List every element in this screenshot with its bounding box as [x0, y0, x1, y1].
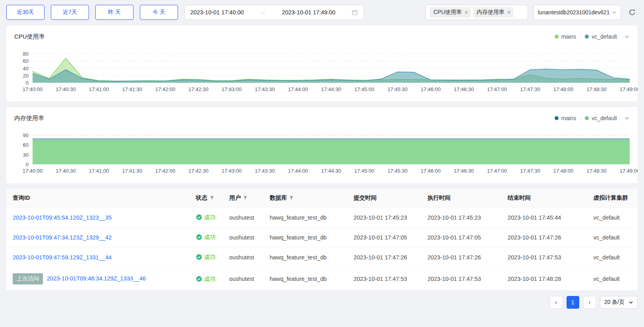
prev-page-button[interactable]: ‹ — [550, 296, 563, 309]
legend-label: mains — [561, 33, 576, 40]
legend-item-vc_default[interactable]: vc_default — [585, 115, 617, 121]
user-cell: oushutest — [226, 247, 267, 267]
filter-icon[interactable] — [243, 196, 248, 200]
column-header: 用户 — [226, 189, 267, 208]
legend-label: vc_default — [592, 33, 617, 40]
date-range-start[interactable]: 2023-10-01 17:40:00 — [190, 9, 244, 16]
range-button-today[interactable]: 今 天 — [140, 5, 178, 20]
metric-tag-cpu: CPU使用率 × — [430, 7, 471, 18]
x-axis-label: 17:40:30 — [56, 168, 76, 174]
legend-item-vc_default[interactable]: vc_default — [585, 33, 617, 40]
metric-multiselect[interactable]: CPU使用率 × 内存使用率 × — [425, 5, 528, 20]
status-text: 成功 — [204, 214, 216, 220]
query-table: 查询ID状态用户数据库提交时间执行时间结束时间虚拟计算集群 2023-10-01… — [6, 189, 638, 290]
chevron-down-icon — [629, 300, 633, 305]
end-time-cell: 2023-10-01 17:48:28 — [505, 267, 590, 291]
table-row: 上次访问2023-10-01T09:48:34.129Z_1333__46成功o… — [6, 267, 638, 291]
x-axis-label: 17:43:00 — [222, 86, 242, 92]
x-axis-label: 17:48:00 — [553, 168, 574, 174]
panel-header: CPU使用率 mainsvc_default — [14, 31, 630, 42]
submit-time-cell: 2023-10-01 17:45:23 — [350, 208, 424, 228]
column-header-label: 状态 — [196, 195, 207, 201]
column-header: 状态 — [193, 189, 226, 208]
cluster-select[interactable]: lunantestdb20231001dev62145 — [534, 5, 621, 20]
cpu-usage-panel: CPU使用率 mainsvc_default 020406080 17:40:0… — [6, 25, 638, 101]
database-cell: hawq_feature_test_db — [267, 228, 350, 247]
x-axis-label: 17:42:00 — [155, 168, 176, 174]
page-size-value: 20 条/页 — [604, 299, 625, 306]
x-axis-label: 17:45:30 — [387, 168, 408, 174]
close-icon[interactable]: × — [465, 10, 468, 15]
memory-plot-wrap: 17:40:0017:40:3017:41:0017:41:3017:42:00… — [33, 132, 630, 176]
legend-item-mains[interactable]: mains — [555, 115, 576, 121]
panel-header: 内存使用率 mainsvc_default — [14, 113, 630, 124]
refresh-button[interactable] — [627, 7, 638, 18]
exec-time-cell: 2023-10-01 17:47:26 — [424, 247, 505, 267]
chevron-down-icon — [612, 10, 617, 15]
memory-chart-plot — [33, 132, 630, 164]
success-icon — [196, 254, 202, 260]
legend-label: mains — [561, 115, 576, 121]
chevron-down-icon[interactable] — [624, 34, 630, 39]
query-id-cell: 2023-10-01T09:45:54.120Z_1323__35 — [6, 208, 193, 228]
range-button-7d[interactable]: 近7天 — [51, 5, 89, 20]
last-visit-badge: 上次访问 — [13, 273, 43, 284]
top-toolbar: 近30天 近7天 昨 天 今 天 2023-10-01 17:40:00 → 2… — [0, 0, 644, 25]
x-axis-label: 17:43:30 — [255, 86, 275, 92]
end-time-cell: 2023-10-01 17:45:44 — [505, 208, 590, 228]
cluster-cell: vc_default — [590, 228, 638, 247]
memory-chart-legend: mainsvc_default — [555, 115, 617, 121]
status-cell: 成功 — [193, 247, 226, 267]
cluster-cell: vc_default — [590, 267, 638, 291]
query-id-link[interactable]: 2023-10-01T09:47:34.123Z_1329__42 — [13, 234, 112, 241]
x-axis-label: 17:40:00 — [23, 86, 43, 92]
success-icon — [196, 276, 202, 282]
end-time-cell: 2023-10-01 17:47:26 — [505, 228, 590, 247]
legend-label: vc_default — [592, 115, 617, 121]
range-button-yesterday[interactable]: 昨 天 — [95, 5, 133, 20]
y-axis-label: 40 — [23, 65, 29, 71]
page-size-select[interactable]: 20 条/页 — [600, 296, 638, 309]
legend-dot — [585, 116, 589, 120]
table-row: 2023-10-01T09:47:59.129Z_1331__44成功oushu… — [6, 247, 638, 267]
date-range-picker[interactable]: 2023-10-01 17:40:00 → 2023-10-01 17:49:0… — [184, 5, 364, 20]
column-header-label: 用户 — [229, 195, 241, 201]
panel-header-right: mainsvc_default — [555, 115, 630, 121]
database-cell: hawq_feature_test_db — [267, 247, 350, 267]
x-axis-label: 17:42:30 — [188, 86, 209, 92]
column-header: 执行时间 — [424, 189, 505, 208]
y-axis-label: 80 — [23, 51, 29, 57]
filter-icon[interactable] — [210, 196, 214, 200]
query-id-link[interactable]: 2023-10-01T09:45:54.120Z_1323__35 — [13, 214, 112, 221]
column-header-label: 执行时间 — [427, 195, 451, 201]
exec-time-cell: 2023-10-01 17:47:53 — [424, 267, 505, 291]
table-row: 2023-10-01T09:47:34.123Z_1329__42成功oushu… — [6, 228, 638, 247]
next-page-button[interactable]: › — [583, 296, 596, 309]
x-axis-label: 17:49:00 — [620, 86, 638, 92]
column-header: 虚拟计算集群 — [590, 189, 638, 208]
legend-item-mains[interactable]: mains — [555, 33, 576, 40]
x-axis-label: 17:40:30 — [56, 86, 76, 92]
page-number-button[interactable]: 1 — [567, 296, 579, 309]
query-id-link[interactable]: 2023-10-01T09:48:34.129Z_1333__46 — [47, 275, 146, 282]
date-range-end[interactable]: 2023-10-01 17:49:00 — [282, 9, 336, 16]
column-header-label: 提交时间 — [354, 195, 377, 201]
memory-usage-panel: 内存使用率 mainsvc_default 0306090 17:40:0017… — [6, 107, 638, 183]
filter-icon[interactable] — [289, 196, 294, 200]
legend-dot — [555, 35, 559, 39]
chevron-down-icon[interactable] — [624, 115, 630, 121]
column-header-label: 虚拟计算集群 — [594, 195, 628, 201]
cpu-chart-legend: mainsvc_default — [555, 33, 617, 40]
query-id-link[interactable]: 2023-10-01T09:47:59.129Z_1331__44 — [13, 254, 112, 261]
submit-time-cell: 2023-10-01 17:47:26 — [350, 247, 424, 267]
calendar-icon — [352, 9, 358, 16]
close-icon[interactable]: × — [507, 10, 511, 15]
x-axis-label: 17:41:00 — [89, 86, 109, 92]
x-axis-label: 17:41:30 — [122, 86, 142, 92]
query-id-cell: 2023-10-01T09:47:59.129Z_1331__44 — [6, 247, 193, 267]
column-header: 查询ID — [6, 189, 193, 208]
range-button-30d[interactable]: 近30天 — [6, 5, 44, 20]
x-axis-label: 17:43:00 — [222, 168, 242, 174]
x-axis-label: 17:45:30 — [387, 86, 408, 92]
exec-time-cell: 2023-10-01 17:47:05 — [424, 228, 505, 247]
